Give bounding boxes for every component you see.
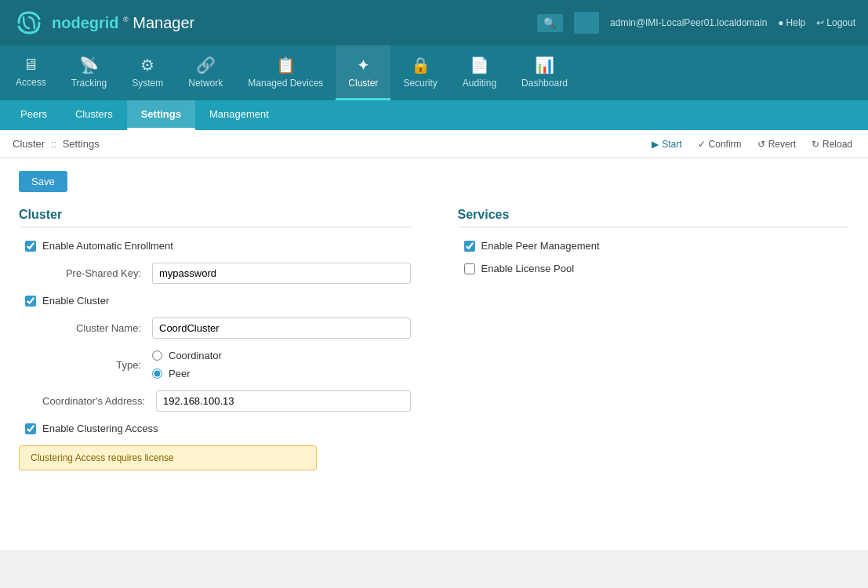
- confirm-button[interactable]: ✓ Confirm: [695, 137, 745, 151]
- pre-shared-key-input[interactable]: [152, 263, 411, 284]
- access-icon: 🖥: [23, 56, 38, 74]
- nav-item-network[interactable]: 🔗 Network: [176, 45, 235, 100]
- tabs-bar: Peers Clusters Settings Management: [0, 100, 868, 130]
- dashboard-icon: 📊: [535, 56, 554, 74]
- breadcrumb-sep: ::: [51, 138, 60, 150]
- network-icon: 🔗: [196, 56, 216, 74]
- nav-item-managed-devices[interactable]: 📋 Managed Devices: [235, 45, 336, 100]
- cluster-icon: ✦: [357, 56, 370, 74]
- help-link[interactable]: ● Help: [778, 17, 805, 28]
- breadcrumb: Cluster :: Settings: [13, 138, 100, 150]
- nav-label-auditing: Auditing: [463, 78, 496, 89]
- coordinator-address-group: Coordinator's Address:: [19, 390, 411, 412]
- cluster-name-input[interactable]: [152, 318, 411, 339]
- cluster-name-group: Cluster Name:: [19, 318, 411, 339]
- pre-shared-key-label: Pre-Shared Key:: [42, 267, 152, 279]
- nav-item-system[interactable]: ⚙ System: [119, 45, 176, 100]
- peer-radio-row: Peer: [152, 368, 222, 379]
- nav-item-tracking[interactable]: 📡 Tracking: [59, 45, 120, 100]
- type-label: Type:: [42, 359, 152, 371]
- coordinator-radio-row: Coordinator: [152, 350, 222, 361]
- nav-label-cluster: Cluster: [348, 78, 378, 89]
- enable-peer-management-row: Enable Peer Management: [458, 240, 850, 252]
- enable-license-pool-row: Enable License Pool: [458, 263, 850, 274]
- menu-toggle[interactable]: [574, 12, 599, 34]
- breadcrumb-cluster: Cluster: [13, 138, 45, 150]
- enable-auto-enrollment-row: Enable Automatic Enrollment: [19, 240, 411, 252]
- save-button[interactable]: Save: [19, 171, 67, 192]
- system-icon: ⚙: [140, 56, 154, 74]
- type-radio-group: Coordinator Peer: [152, 350, 222, 379]
- services-section-title: Services: [458, 208, 850, 227]
- coordinator-address-input[interactable]: [156, 390, 410, 412]
- enable-clustering-access-checkbox[interactable]: [25, 423, 36, 434]
- search-button[interactable]: 🔍: [537, 14, 563, 32]
- reload-icon: ↻: [812, 139, 819, 150]
- tracking-icon: 📡: [79, 56, 99, 74]
- enable-auto-enrollment-label[interactable]: Enable Automatic Enrollment: [42, 240, 173, 252]
- logo-icon: [13, 6, 45, 39]
- coordinator-radio[interactable]: [152, 350, 162, 361]
- tab-peers[interactable]: Peers: [6, 100, 61, 130]
- logout-icon: ↩: [816, 17, 824, 28]
- nav-item-access[interactable]: 🖥 Access: [3, 45, 59, 100]
- nav-item-auditing[interactable]: 📄 Auditing: [450, 45, 509, 100]
- enable-peer-management-label[interactable]: Enable Peer Management: [481, 240, 600, 252]
- peer-radio-label[interactable]: Peer: [169, 368, 190, 379]
- tab-management[interactable]: Management: [195, 100, 283, 130]
- help-icon: ●: [778, 17, 783, 28]
- action-bar: Cluster :: Settings ▶ Start ✓ Confirm ↺ …: [0, 130, 868, 158]
- nav-label-dashboard: Dashboard: [521, 78, 568, 89]
- enable-license-pool-label[interactable]: Enable License Pool: [481, 263, 575, 274]
- enable-clustering-access-label[interactable]: Enable Clustering Access: [42, 423, 158, 434]
- clustering-access-warning: Clustering Access requires license: [19, 445, 317, 470]
- logout-link[interactable]: ↩ Logout: [816, 17, 855, 28]
- main-nav: 🖥 Access 📡 Tracking ⚙ System 🔗 Network 📋…: [0, 45, 868, 100]
- managed-devices-icon: 📋: [276, 56, 296, 74]
- peer-radio[interactable]: [152, 368, 162, 379]
- nav-item-cluster[interactable]: ✦ Cluster: [336, 45, 390, 100]
- coordinator-address-label: Coordinator's Address:: [42, 395, 156, 407]
- enable-peer-management-checkbox[interactable]: [464, 241, 475, 252]
- form-sections: Cluster Enable Automatic Enrollment Pre-…: [19, 208, 849, 470]
- enable-clustering-access-row: Enable Clustering Access: [19, 423, 411, 434]
- nav-label-tracking: Tracking: [71, 78, 107, 89]
- cluster-section: Cluster Enable Automatic Enrollment Pre-…: [19, 208, 411, 470]
- pre-shared-key-group: Pre-Shared Key:: [19, 263, 411, 284]
- security-icon: 🔒: [411, 56, 430, 74]
- tab-settings[interactable]: Settings: [127, 100, 195, 130]
- header-right: 🔍 admin@IMI-LocalPeer01.localdomain ● He…: [537, 12, 855, 34]
- nav-label-managed-devices: Managed Devices: [248, 78, 323, 89]
- tab-clusters[interactable]: Clusters: [61, 100, 127, 130]
- revert-button[interactable]: ↺ Revert: [754, 137, 799, 151]
- breadcrumb-settings: Settings: [63, 138, 100, 150]
- confirm-icon: ✓: [698, 139, 706, 150]
- type-group: Type: Coordinator Peer: [19, 350, 411, 379]
- enable-cluster-row: Enable Cluster: [19, 295, 411, 307]
- coordinator-radio-label[interactable]: Coordinator: [169, 350, 222, 361]
- nav-label-access: Access: [16, 77, 46, 88]
- auditing-icon: 📄: [470, 56, 489, 74]
- start-icon: ▶: [652, 139, 659, 150]
- nav-item-security[interactable]: 🔒 Security: [390, 45, 449, 100]
- start-button[interactable]: ▶ Start: [648, 137, 685, 151]
- nav-label-security: Security: [403, 78, 437, 89]
- enable-auto-enrollment-checkbox[interactable]: [25, 241, 36, 252]
- reload-button[interactable]: ↻ Reload: [808, 137, 855, 151]
- content-area: Save Cluster Enable Automatic Enrollment…: [0, 158, 868, 550]
- nav-label-system: System: [132, 78, 163, 89]
- cluster-section-title: Cluster: [19, 208, 411, 227]
- enable-cluster-label[interactable]: Enable Cluster: [42, 295, 109, 307]
- cluster-name-label: Cluster Name:: [42, 322, 152, 334]
- logo: nodegrid ® Manager: [13, 6, 194, 39]
- revert-icon: ↺: [757, 139, 765, 150]
- nav-label-network: Network: [188, 78, 223, 89]
- user-menu[interactable]: admin@IMI-LocalPeer01.localdomain: [610, 17, 767, 28]
- services-section: Services Enable Peer Management Enable L…: [458, 208, 850, 470]
- enable-cluster-checkbox[interactable]: [25, 296, 36, 307]
- nav-item-dashboard[interactable]: 📊 Dashboard: [509, 45, 580, 100]
- action-buttons: ▶ Start ✓ Confirm ↺ Revert ↻ Reload: [648, 137, 855, 151]
- logo-text: nodegrid ® Manager: [52, 14, 194, 32]
- enable-license-pool-checkbox[interactable]: [464, 263, 475, 274]
- header: nodegrid ® Manager 🔍 admin@IMI-LocalPeer…: [0, 0, 868, 45]
